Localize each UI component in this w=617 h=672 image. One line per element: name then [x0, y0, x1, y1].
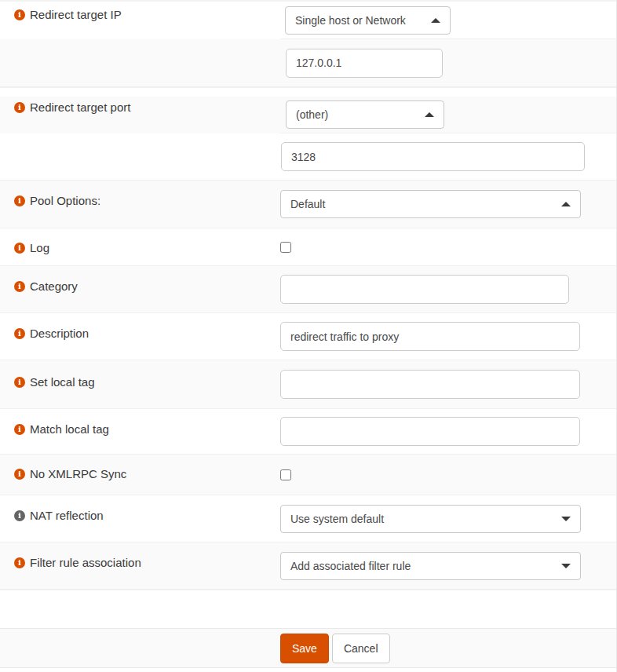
redirect-target-port-type-select[interactable]: (other)	[286, 100, 444, 129]
description-label: i Description	[14, 327, 89, 341]
info-icon[interactable]: i	[14, 102, 25, 113]
cancel-button[interactable]: Cancel	[332, 634, 390, 663]
nat-port-forward-form: i Redirect target IP Single host or Netw…	[0, 0, 617, 672]
field-label: Filter rule association	[30, 556, 141, 570]
row-no-xmlrpc-sync: i No XMLRPC Sync	[0, 455, 616, 495]
info-icon[interactable]: i	[14, 243, 25, 254]
filter-rule-association-select[interactable]: Add associated filter rule	[280, 552, 581, 580]
field-label: Category	[30, 279, 78, 294]
row-category: i Category	[0, 266, 616, 313]
field-label: Log	[30, 241, 49, 255]
redirect-target-ip-label: i Redirect target IP	[14, 8, 122, 22]
redirect-target-ip-label-cell: i Redirect target IP	[0, 2, 280, 39]
spacer-row	[0, 590, 616, 628]
info-icon[interactable]: i	[14, 328, 25, 339]
nat-reflection-label: i NAT reflection	[14, 509, 104, 523]
caret-down-icon	[561, 517, 571, 521]
redirect-target-port-type-cell: (other)	[280, 97, 616, 133]
row-redirect-target-ip-address	[0, 39, 616, 87]
set-local-tag-label: i Set local tag	[14, 375, 95, 389]
category-input[interactable]	[280, 275, 569, 304]
row-redirect-target-ip: i Redirect target IP Single host or Netw…	[0, 2, 616, 39]
redirect-target-port-label: i Redirect target port	[14, 100, 130, 115]
section-gap	[0, 87, 616, 97]
row-redirect-target-port: i Redirect target port (other)	[0, 97, 616, 133]
match-local-tag-label: i Match local tag	[14, 422, 109, 436]
info-icon[interactable]: i	[14, 9, 25, 20]
no-xmlrpc-sync-label: i No XMLRPC Sync	[14, 467, 126, 481]
caret-up-icon	[425, 112, 434, 117]
info-icon[interactable]: i	[14, 281, 25, 292]
log-label: i Log	[14, 241, 49, 255]
info-icon[interactable]: i	[14, 469, 25, 480]
redirect-target-port-label-cell: i Redirect target port	[0, 97, 280, 133]
caret-down-icon	[561, 564, 571, 568]
info-icon[interactable]: i	[14, 557, 25, 568]
footer-actions: Save Cancel	[0, 628, 616, 668]
row-redirect-target-port-value	[0, 133, 616, 181]
redirect-target-ip-type-cell: Single host or Network	[280, 2, 616, 39]
caret-up-icon	[561, 202, 571, 206]
field-label: Set local tag	[30, 375, 95, 389]
filter-rule-association-label: i Filter rule association	[14, 556, 141, 570]
row-description: i Description	[0, 313, 616, 360]
info-icon[interactable]: i	[14, 424, 25, 435]
row-nat-reflection: i NAT reflection Use system default	[0, 495, 616, 542]
no-xmlrpc-sync-checkbox[interactable]	[280, 469, 291, 480]
row-filter-rule-association: i Filter rule association Add associated…	[0, 542, 616, 590]
field-label: No XMLRPC Sync	[30, 467, 126, 481]
row-pool-options: i Pool Options: Default	[0, 181, 616, 228]
info-icon-muted[interactable]: i	[14, 510, 25, 521]
selected-option: Single host or Network	[295, 14, 406, 27]
row-set-local-tag: i Set local tag	[0, 360, 616, 409]
field-label: NAT reflection	[30, 509, 104, 523]
field-label: Pool Options:	[30, 194, 100, 208]
selected-option: Add associated filter rule	[290, 560, 411, 572]
match-local-tag-input[interactable]	[280, 417, 580, 446]
log-checkbox[interactable]	[280, 242, 291, 253]
selected-option: (other)	[296, 108, 328, 121]
selected-option: Use system default	[290, 513, 384, 525]
category-label: i Category	[14, 279, 78, 294]
caret-up-icon	[431, 18, 440, 23]
row-match-local-tag: i Match local tag	[0, 409, 616, 455]
field-label: Description	[30, 327, 89, 341]
redirect-target-port-input[interactable]	[281, 142, 585, 171]
set-local-tag-input[interactable]	[280, 370, 580, 399]
pool-options-select[interactable]: Default	[280, 190, 581, 218]
field-label: Match local tag	[30, 422, 109, 436]
redirect-target-ip-input[interactable]	[286, 49, 443, 78]
pool-options-label: i Pool Options:	[14, 194, 100, 208]
row-log: i Log	[0, 228, 616, 266]
field-label: Redirect target port	[30, 100, 130, 115]
save-button[interactable]: Save	[280, 634, 329, 663]
description-input[interactable]	[280, 322, 580, 351]
info-icon[interactable]: i	[14, 195, 25, 206]
redirect-target-ip-type-select[interactable]: Single host or Network	[285, 6, 451, 35]
field-label: Redirect target IP	[30, 8, 122, 22]
selected-option: Default	[290, 198, 325, 210]
info-icon[interactable]: i	[14, 377, 25, 388]
nat-reflection-select[interactable]: Use system default	[280, 505, 581, 533]
